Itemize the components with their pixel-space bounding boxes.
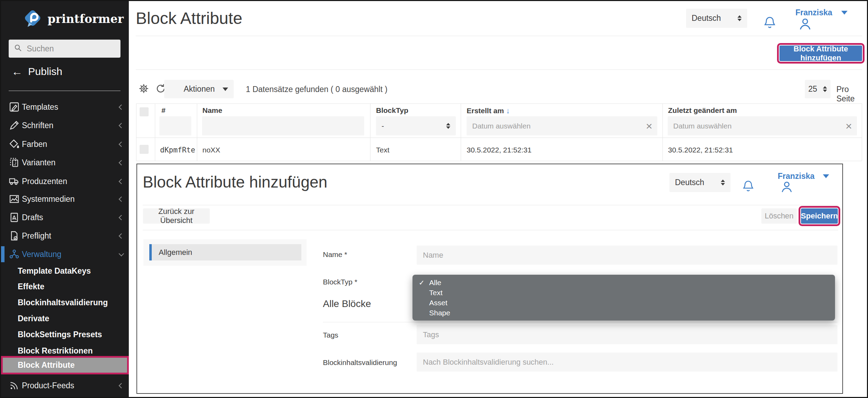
filter-modified-date[interactable]: × — [668, 116, 857, 135]
filter-name-input[interactable] — [202, 116, 364, 135]
sidebar-subitem-blocksettings-presets[interactable]: BlockSettings Presets — [1, 326, 129, 342]
doc-check-icon — [9, 230, 20, 241]
column-header-modified[interactable]: Zuletzt geändert am — [668, 106, 737, 115]
modal-divider — [143, 230, 838, 230]
back-arrow-icon: ← — [11, 65, 23, 78]
dropdown-option-shape[interactable]: Shape — [412, 308, 835, 318]
blockinhaltsvalidierung-label: Blockinhaltsvalidierung — [323, 358, 397, 367]
sidebar-item-systemmedien[interactable]: Systemmedien — [1, 191, 129, 207]
table-border — [461, 103, 461, 161]
section-divider — [323, 322, 837, 322]
app-window: printformer ← Publish Templates — [0, 0, 868, 398]
save-button[interactable]: Speichern — [801, 208, 838, 224]
page-title: Block Attribute — [136, 9, 242, 28]
search-input[interactable] — [27, 44, 116, 53]
sidebar-item-schriften[interactable]: Schriften — [1, 117, 129, 133]
back-to-publish[interactable]: ← Publish — [11, 63, 62, 80]
user-avatar-icon[interactable] — [797, 16, 813, 33]
dropdown-option-asset[interactable]: Asset — [412, 298, 835, 308]
settings-gear-icon[interactable] — [138, 83, 149, 96]
blockinhaltsvalidierung-input[interactable] — [417, 353, 837, 372]
select-all-checkbox[interactable] — [140, 107, 149, 116]
clear-filter-icon[interactable]: × — [841, 121, 857, 132]
cell-modified: 30.5.2022, 21:52:31 — [668, 146, 733, 154]
per-page-select[interactable]: 25 — [805, 80, 831, 98]
chevron-left-icon — [119, 383, 124, 388]
modal-language-select[interactable]: Deutsch — [669, 173, 731, 192]
search-icon — [14, 43, 23, 54]
sidebar-item-varianten[interactable]: Varianten — [1, 155, 129, 171]
tags-label: Tags — [323, 331, 338, 339]
image-icon — [9, 193, 20, 205]
sidebar-item-label: Varianten — [22, 158, 56, 167]
column-header-created[interactable]: Erstellt am↓ — [467, 106, 510, 115]
blocktyp-dropdown-menu: ✓ Alle Text Asset Shape — [412, 275, 835, 321]
sidebar-subitem-blockinhaltsvalidierung[interactable]: Blockinhaltsvalidierung — [1, 295, 129, 310]
column-header-blocktyp[interactable]: BlockTyp — [376, 106, 408, 115]
delete-button[interactable]: Löschen — [761, 208, 797, 224]
row-checkbox[interactable] — [140, 145, 149, 154]
sidebar-subitem-block-attribute[interactable]: Block Attribute — [1, 356, 129, 374]
truck-icon — [9, 176, 20, 187]
header-divider — [136, 36, 862, 36]
active-indicator-bar — [1, 246, 5, 262]
caret-down-icon — [823, 174, 829, 178]
table-border — [862, 103, 862, 161]
sidebar-item-templates[interactable]: Templates — [1, 99, 129, 115]
template-icon — [9, 101, 20, 113]
active-tab-indicator — [149, 244, 152, 260]
language-select[interactable]: Deutsch — [686, 9, 747, 28]
sidebar-subitem-template-datakeys[interactable]: Template DataKeys — [1, 263, 129, 279]
tags-input[interactable] — [417, 325, 837, 344]
sidebar-item-drafts[interactable]: Drafts — [1, 209, 129, 225]
sidebar-item-product-feeds[interactable]: Product-Feeds — [1, 378, 129, 393]
dropdown-option-alle[interactable]: ✓ Alle — [412, 277, 835, 288]
dropdown-option-text[interactable]: Text — [412, 288, 835, 298]
brand-logo[interactable]: printformer — [23, 8, 124, 30]
chevron-left-icon — [119, 233, 124, 239]
sidebar-search[interactable] — [9, 40, 120, 58]
column-header-id[interactable]: # — [161, 106, 166, 115]
sidebar-item-label: Farben — [22, 140, 47, 149]
brand-name: printformer — [48, 12, 124, 26]
table-border — [155, 103, 155, 161]
select-arrows-icon — [737, 15, 742, 21]
sidebar-item-label: Produzenten — [22, 177, 67, 186]
select-arrows-icon — [446, 123, 450, 129]
publish-label: Publish — [28, 66, 62, 77]
table-border — [136, 103, 862, 104]
tab-allgemein[interactable]: Allgemein — [149, 244, 301, 260]
cell-id: dKpmfRte — [160, 146, 195, 154]
sidebar-subitem-derivate[interactable]: Derivate — [1, 310, 129, 326]
check-icon: ✓ — [419, 279, 425, 287]
modal-user-avatar-icon[interactable] — [779, 180, 794, 196]
column-header-name[interactable]: Name — [202, 106, 222, 115]
blocktyp-label: BlockTyp * — [323, 278, 357, 286]
sidebar-item-label: Product-Feeds — [22, 381, 74, 390]
add-block-attribute-button[interactable]: Block Attribute hinzufügen — [779, 45, 862, 61]
notifications-bell-icon[interactable] — [762, 15, 777, 32]
sidebar-divider — [9, 91, 120, 91]
sidebar-item-verwaltung[interactable]: Verwaltung — [1, 246, 129, 262]
filter-blocktyp-select[interactable]: - — [376, 116, 456, 135]
sidebar-item-produzenten[interactable]: Produzenten — [1, 173, 129, 189]
clear-filter-icon[interactable]: × — [641, 121, 657, 132]
sidebar-item-farben[interactable]: Farben — [1, 136, 129, 152]
select-arrows-icon — [823, 86, 827, 92]
modal-tabs-panel: Allgemein — [143, 239, 307, 266]
actions-dropdown[interactable]: Aktionen — [164, 80, 234, 98]
filter-id-input[interactable] — [159, 116, 191, 135]
sidebar-item-preflight[interactable]: Preflight — [1, 228, 129, 244]
filter-created-date[interactable]: × — [467, 116, 657, 135]
rss-icon — [9, 380, 20, 391]
per-page-label: Pro Seite — [836, 85, 867, 103]
dropdown-arrow-icon — [223, 88, 228, 91]
user-menu[interactable]: Franziska — [795, 8, 848, 17]
modal-bell-icon[interactable] — [741, 179, 755, 195]
sidebar-subitem-effekte[interactable]: Effekte — [1, 279, 129, 295]
name-input[interactable] — [417, 246, 837, 265]
back-to-overview-button[interactable]: Zurück zur Übersicht — [143, 208, 210, 224]
copies-icon — [9, 157, 20, 168]
chevron-left-icon — [119, 123, 124, 128]
pen-icon — [9, 120, 20, 131]
